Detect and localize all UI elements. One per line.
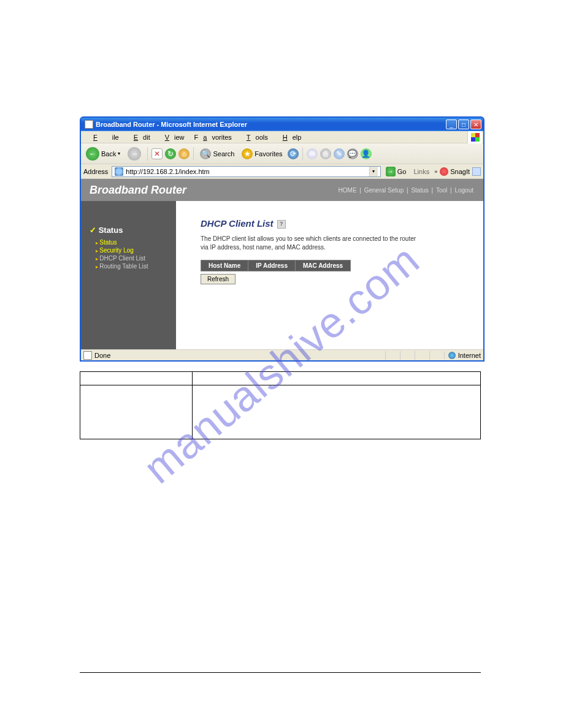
sidebar-item-label: Status: [99, 239, 117, 246]
chevron-right-icon: »: [434, 169, 437, 175]
address-url: http://192.168.2.1/index.htm: [126, 168, 366, 175]
browser-window: Broadband Router - Microsoft Internet Ex…: [80, 116, 484, 362]
mail-button[interactable]: ✉: [307, 148, 318, 159]
search-label: Search: [213, 150, 234, 157]
window-title: Broadband Router - Microsoft Internet Ex…: [96, 121, 446, 128]
stop-button[interactable]: ✕: [151, 148, 163, 159]
sidebar-item-status[interactable]: Status: [96, 238, 170, 246]
star-icon: ★: [242, 148, 253, 159]
globe-icon: [448, 352, 456, 359]
zone-label: Internet: [458, 352, 481, 359]
favorites-button[interactable]: ★ Favorites: [239, 147, 285, 161]
col-mac: MAC Address: [295, 260, 350, 271]
back-label: Back: [101, 150, 116, 157]
toolbar: ← Back ▾ → ✕ ↻ ⌂ 🔍 Search ★ Favorites ⟳ …: [81, 143, 483, 164]
sidebar-item-label: DHCP Client List: [99, 255, 145, 262]
menu-view[interactable]: View: [155, 132, 190, 142]
page-description: The DHCP client list allows you to see w…: [201, 235, 421, 251]
chevron-down-icon[interactable]: ▾: [369, 167, 378, 176]
links-label[interactable]: Links: [411, 168, 432, 175]
sidebar-title: Status: [90, 226, 170, 235]
go-button[interactable]: → Go: [383, 167, 409, 176]
maximize-button[interactable]: □: [458, 119, 469, 129]
status-cell: [400, 351, 415, 360]
favorites-label: Favorites: [255, 150, 282, 157]
refresh-button[interactable]: Refresh: [201, 274, 236, 284]
minimize-button[interactable]: _: [446, 119, 457, 129]
chevron-down-icon: ▾: [118, 151, 120, 156]
document-footer-rule: [80, 672, 481, 673]
menu-tools[interactable]: Tools: [237, 132, 273, 142]
status-text: Done: [94, 352, 385, 359]
search-button[interactable]: 🔍 Search: [197, 147, 237, 161]
nav-tool[interactable]: Tool: [435, 187, 448, 194]
menubar: File Edit View Favorites Tools Help: [81, 131, 483, 143]
print-button[interactable]: ⎙: [320, 148, 331, 159]
page-title: DHCP Client List ?: [201, 218, 471, 229]
sidebar-item-dhcp-client-list[interactable]: DHCP Client List: [96, 254, 170, 262]
ie-document-icon: [85, 120, 93, 129]
col-ip: IP Address: [248, 260, 296, 271]
status-cell: [429, 351, 444, 360]
back-icon: ←: [86, 147, 99, 161]
refresh-button[interactable]: ↻: [165, 148, 176, 159]
snagit-button[interactable]: SnagIt: [440, 167, 470, 176]
nav-status[interactable]: Status: [410, 187, 429, 194]
address-label: Address: [83, 168, 109, 175]
sidebar-item-security-log[interactable]: Security Log: [96, 246, 170, 254]
addressbar: Address http://192.168.2.1/index.htm ▾ →…: [81, 164, 483, 179]
search-icon: 🔍: [200, 148, 211, 159]
back-button[interactable]: ← Back ▾: [83, 146, 123, 162]
close-button[interactable]: ✕: [470, 119, 481, 129]
media-button[interactable]: ⟳: [288, 148, 299, 159]
menu-file[interactable]: File: [83, 132, 124, 142]
security-zone: Internet: [444, 352, 481, 359]
go-icon: →: [386, 167, 396, 176]
edit-button[interactable]: ✎: [334, 148, 345, 159]
windows-flag-icon: [467, 131, 482, 143]
menu-help[interactable]: Help: [273, 132, 307, 142]
menu-edit[interactable]: Edit: [124, 132, 155, 142]
help-icon[interactable]: ?: [277, 220, 286, 229]
snagit-icon: [440, 167, 448, 176]
done-icon: [83, 351, 92, 360]
document-table: [80, 371, 481, 439]
statusbar: Done Internet: [81, 349, 483, 360]
snagit-label: SnagIt: [450, 168, 470, 175]
address-input[interactable]: http://192.168.2.1/index.htm ▾: [112, 166, 380, 177]
col-hostname: Host Name: [201, 260, 248, 271]
nav-general[interactable]: General Setup: [363, 187, 405, 194]
separator: [147, 147, 148, 161]
separator: [193, 147, 194, 161]
router-brand: Broadband Router: [90, 184, 337, 197]
separator: [302, 147, 303, 161]
discuss-button[interactable]: 💬: [347, 148, 358, 159]
ie-page-icon: [115, 167, 123, 176]
sidebar-item-label: Security Log: [99, 247, 134, 254]
status-cell: [415, 351, 429, 360]
router-nav: HOME | General Setup | Status | Tool | L…: [337, 187, 475, 194]
forward-button[interactable]: →: [125, 146, 144, 162]
sidebar-item-label: Routing Table List: [99, 263, 148, 270]
status-cell: [385, 351, 400, 360]
sidebar: Status Status Security Log DHCP Client L…: [81, 201, 176, 349]
dhcp-client-table: Host Name IP Address MAC Address: [201, 260, 351, 271]
titlebar: Broadband Router - Microsoft Internet Ex…: [81, 118, 483, 131]
nav-logout[interactable]: Logout: [453, 187, 475, 194]
home-button[interactable]: ⌂: [178, 148, 190, 159]
nav-home[interactable]: HOME: [337, 187, 358, 194]
sidebar-item-routing-table[interactable]: Routing Table List: [96, 262, 170, 270]
menu-favorites[interactable]: Favorites: [190, 132, 237, 142]
router-header: Broadband Router HOME | General Setup | …: [81, 179, 483, 201]
main-content: DHCP Client List ? The DHCP client list …: [176, 201, 483, 349]
messenger-button[interactable]: 👤: [361, 148, 372, 159]
page-content: Broadband Router HOME | General Setup | …: [81, 179, 483, 349]
go-label: Go: [397, 168, 407, 175]
snagit-window-icon[interactable]: [472, 167, 481, 176]
forward-icon: →: [128, 147, 141, 161]
page-title-text: DHCP Client List: [201, 218, 274, 229]
